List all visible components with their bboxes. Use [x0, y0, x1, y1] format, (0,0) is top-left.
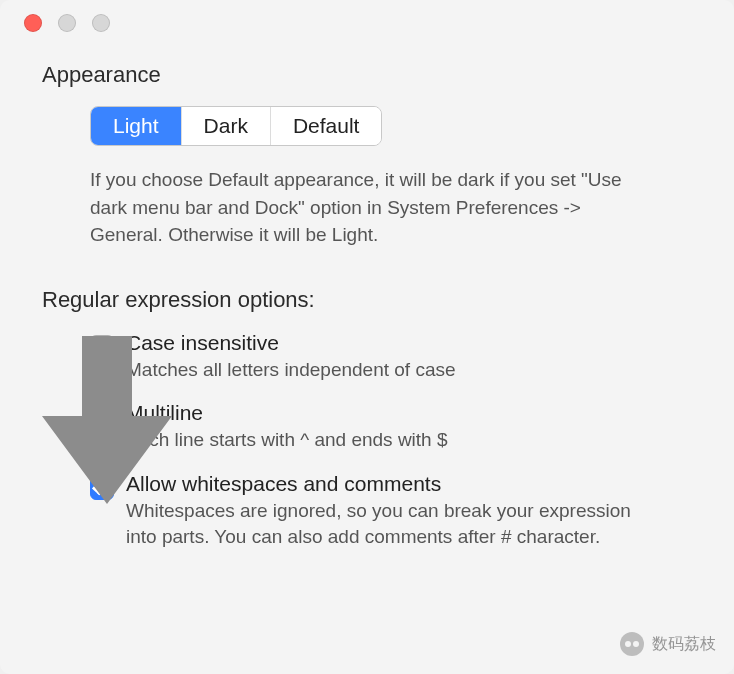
allow-whitespaces-desc: Whitespaces are ignored, so you can brea…	[126, 498, 666, 551]
watermark-text: 数码荔枝	[652, 634, 716, 655]
wechat-icon	[620, 632, 644, 656]
multiline-label: Multiline	[126, 401, 666, 425]
content-area: Appearance Light Dark Default If you cho…	[0, 32, 734, 551]
regex-title: Regular expression options:	[42, 287, 692, 313]
preferences-window: Appearance Light Dark Default If you cho…	[0, 0, 734, 674]
window-controls	[0, 0, 734, 32]
appearance-section: Light Dark Default If you choose Default…	[42, 106, 692, 249]
case-insensitive-label: Case insensitive	[126, 331, 666, 355]
option-allow-whitespaces: Allow whitespaces and comments Whitespac…	[90, 472, 692, 551]
case-insensitive-checkbox[interactable]	[90, 335, 114, 359]
regex-section: Case insensitive Matches all letters ind…	[42, 331, 692, 551]
multiline-checkbox[interactable]	[90, 405, 114, 429]
option-case-insensitive: Case insensitive Matches all letters ind…	[90, 331, 692, 384]
minimize-button[interactable]	[58, 14, 76, 32]
zoom-button[interactable]	[92, 14, 110, 32]
appearance-segmented-control[interactable]: Light Dark Default	[90, 106, 382, 146]
appearance-option-light[interactable]: Light	[91, 107, 182, 145]
allow-whitespaces-label: Allow whitespaces and comments	[126, 472, 666, 496]
case-insensitive-desc: Matches all letters independent of case	[126, 357, 666, 384]
watermark: 数码荔枝	[620, 632, 716, 656]
appearance-hint: If you choose Default appearance, it wil…	[90, 166, 650, 249]
appearance-title: Appearance	[42, 62, 692, 88]
close-button[interactable]	[24, 14, 42, 32]
appearance-option-default[interactable]: Default	[271, 107, 382, 145]
option-multiline: Multiline Each line starts with ^ and en…	[90, 401, 692, 454]
allow-whitespaces-checkbox[interactable]	[90, 476, 114, 500]
multiline-desc: Each line starts with ^ and ends with $	[126, 427, 666, 454]
appearance-option-dark[interactable]: Dark	[182, 107, 271, 145]
